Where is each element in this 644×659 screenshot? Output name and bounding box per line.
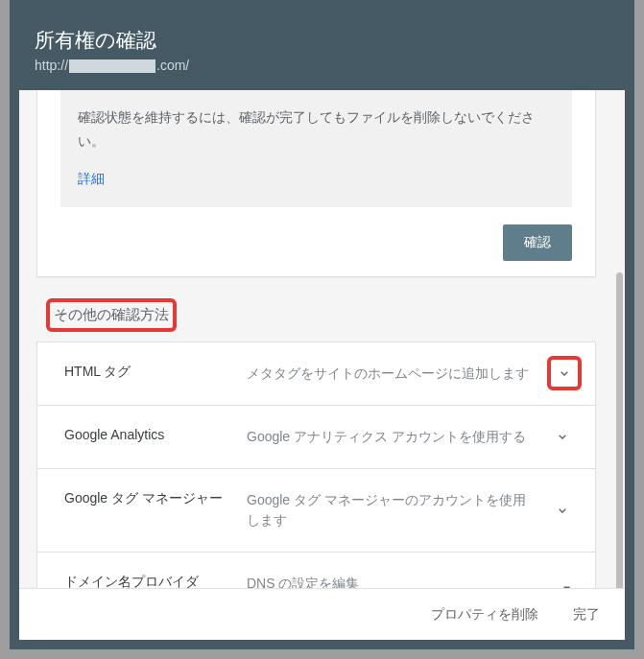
modal-window: 所有権の確認 http://.com/ 確認状態を維持するには、確認が完了しても… [10, 0, 634, 649]
methods-list: HTML タグ メタタグをサイトのホームページに追加します Google Ana… [36, 341, 596, 588]
scrollbar-thumb[interactable] [616, 272, 623, 627]
method-title: ドメイン名プロバイダ [64, 574, 247, 588]
other-methods-title: その他の確認方法 [46, 298, 177, 332]
scroll-area[interactable]: 確認状態を維持するには、確認が完了してもファイルを削除しないでください。 詳細 … [19, 90, 613, 588]
method-desc: メタタグをサイトのホームページに追加します [247, 364, 576, 384]
method-desc: Google タグ マネージャーのアカウントを使用します [247, 490, 576, 530]
url-suffix: .com/ [156, 58, 189, 73]
method-desc: Google アナリティクス アカウントを使用する [247, 427, 576, 447]
primary-method-card: 確認状態を維持するには、確認が完了してもファイルを削除しないでください。 詳細 … [36, 90, 596, 277]
notice-text: 確認状態を維持するには、確認が完了してもファイルを削除しないでください。 [78, 109, 535, 149]
notice-box: 確認状態を維持するには、確認が完了してもファイルを削除しないでください。 詳細 [60, 90, 572, 207]
modal-title: 所有権の確認 [35, 27, 609, 54]
modal-header: 所有権の確認 http://.com/ [10, 0, 634, 90]
confirm-button[interactable]: 確認 [503, 224, 572, 261]
confirm-row: 確認 [37, 207, 595, 261]
method-google-analytics[interactable]: Google Analytics Google アナリティクス アカウントを使用… [36, 406, 596, 469]
external-link-icon[interactable] [549, 580, 576, 588]
url-masked [69, 59, 155, 73]
method-html-tag[interactable]: HTML タグ メタタグをサイトのホームページに追加します [36, 341, 596, 406]
method-desc: DNS の設定を編集 古い Search Console で開く [247, 574, 576, 588]
method-domain-provider[interactable]: ドメイン名プロバイダ DNS の設定を編集 古い Search Console … [36, 553, 596, 588]
chevron-down-icon[interactable] [549, 423, 576, 450]
chevron-down-icon[interactable] [547, 356, 582, 390]
delete-property-button[interactable]: プロパティを削除 [427, 600, 542, 629]
modal-body: 確認状態を維持するには、確認が完了してもファイルを削除しないでください。 詳細 … [19, 90, 625, 640]
chevron-down-icon[interactable] [549, 497, 576, 524]
method-title: Google タグ マネージャー [64, 490, 247, 507]
modal-subtitle: http://.com/ [35, 58, 609, 73]
method-title: Google Analytics [64, 427, 247, 442]
method-title: HTML タグ [64, 364, 247, 381]
done-button[interactable]: 完了 [569, 600, 604, 629]
url-prefix: http:// [35, 58, 68, 73]
method-tag-manager[interactable]: Google タグ マネージャー Google タグ マネージャーのアカウントを… [36, 469, 596, 553]
notice-link[interactable]: 詳細 [78, 167, 555, 191]
modal-footer: プロパティを削除 完了 [19, 588, 625, 640]
method-desc-text: DNS の設定を編集 [247, 576, 359, 588]
